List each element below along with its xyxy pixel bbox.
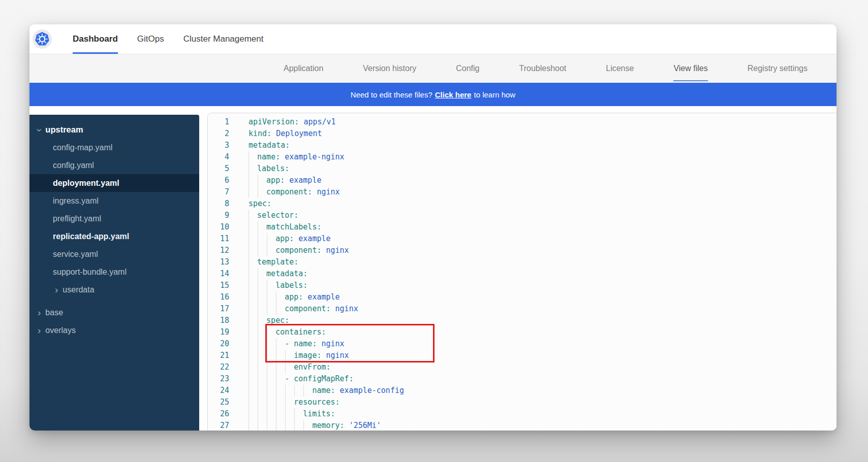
editor-line: 17component: nginx	[208, 303, 836, 315]
line-number: 11	[208, 233, 229, 245]
tree-item-label: config.yaml	[53, 161, 94, 170]
editor-line: 16app: example	[208, 291, 836, 303]
tab-license[interactable]: License	[606, 54, 634, 83]
indent-guides	[249, 338, 285, 350]
view-files-content: ›upstreamconfig-map.yamlconfig.yamldeplo…	[29, 106, 836, 431]
primary-nav-tabs: DashboardGitOpsCluster Management	[73, 24, 264, 54]
editor-line: 4name: example-nginx	[208, 151, 836, 163]
tab-registry-settings[interactable]: Registry settings	[748, 54, 808, 83]
tree-item-label: overlays	[45, 326, 76, 335]
tab-version-history[interactable]: Version history	[363, 54, 416, 83]
editor-line: 25resources:	[208, 397, 836, 408]
code-text: - configMapRef:	[249, 373, 354, 385]
line-number: 19	[208, 326, 229, 338]
tree-item-label: userdata	[63, 285, 94, 294]
code-text: metadata:	[249, 140, 290, 151]
code-text: containers:	[249, 326, 326, 338]
editor-line: 21image: nginx	[208, 350, 836, 361]
editor-line: 18spec:	[208, 315, 836, 326]
code-text: apiVersion: apps/v1	[249, 116, 336, 128]
code-text: labels:	[249, 163, 289, 175]
nav-tab-dashboard[interactable]: Dashboard	[73, 24, 118, 54]
tree-file-ingress-yaml[interactable]: ingress.yaml	[29, 192, 199, 210]
tree-folder-base[interactable]: ›base	[29, 304, 199, 321]
indent-guides	[249, 233, 275, 245]
banner-text-suffix: to learn how	[474, 90, 515, 99]
tab-view-files[interactable]: View files	[673, 54, 707, 83]
kubernetes-logo-icon	[33, 29, 52, 49]
line-number: 14	[208, 268, 229, 280]
tree-item-label: preflight.yaml	[53, 214, 101, 223]
file-tree-sidebar[interactable]: ›upstreamconfig-map.yamlconfig.yamldeplo…	[29, 115, 199, 431]
nav-tab-cluster-management[interactable]: Cluster Management	[183, 24, 264, 54]
code-text: component: nginx	[249, 245, 349, 256]
editor-line: 10matchLabels:	[208, 221, 836, 233]
tree-file-deployment-yaml[interactable]: deployment.yaml	[29, 174, 199, 192]
line-number: 15	[208, 280, 229, 291]
line-number: 4	[208, 151, 229, 163]
indent-guides	[249, 420, 312, 431]
tab-troubleshoot[interactable]: Troubleshoot	[519, 54, 566, 83]
tab-config[interactable]: Config	[456, 54, 479, 83]
editor-line: 11app: example	[208, 233, 836, 245]
line-number: 24	[208, 385, 229, 397]
line-number: 8	[208, 198, 229, 210]
editor-line: 13template:	[208, 256, 836, 268]
tree-file-config-yaml[interactable]: config.yaml	[29, 156, 199, 174]
line-number: 16	[208, 291, 229, 303]
code-text: memory: '256Mi'	[249, 420, 381, 431]
primary-nav: DashboardGitOpsCluster Management	[29, 24, 836, 54]
indent-guides	[249, 221, 266, 233]
line-number: 22	[208, 361, 229, 373]
tree-file-service-yaml[interactable]: service.yaml	[29, 245, 199, 263]
tree-file-replicated-app-yaml[interactable]: replicated-app.yaml	[29, 227, 199, 245]
file-content-editor[interactable]: 1apiVersion: apps/v12kind: Deployment3me…	[207, 113, 836, 431]
line-number: 21	[208, 350, 229, 361]
chevron-down-icon: ›	[35, 128, 45, 131]
code-text: app: example	[249, 291, 340, 303]
line-number: 10	[208, 221, 229, 233]
editor-line: 12component: nginx	[208, 245, 836, 256]
tree-item-label: replicated-app.yaml	[53, 232, 129, 241]
code-text: spec:	[249, 315, 289, 326]
tree-item-label: deployment.yaml	[53, 179, 119, 188]
indent-guides	[249, 291, 285, 303]
click-here-link[interactable]: Click here	[435, 90, 472, 99]
code-text: app: example	[249, 233, 331, 245]
editor-line: 24name: example-config	[208, 385, 836, 397]
line-number: 17	[208, 303, 229, 315]
tree-file-preflight-yaml[interactable]: preflight.yaml	[29, 210, 199, 227]
indent-guides	[249, 385, 312, 397]
admin-console-window: DashboardGitOpsCluster Management Applic…	[29, 24, 836, 431]
nav-tab-gitops[interactable]: GitOps	[137, 24, 164, 54]
tree-folder-overlays[interactable]: ›overlays	[29, 321, 199, 339]
tree-file-config-map-yaml[interactable]: config-map.yaml	[29, 139, 199, 156]
indent-guides	[249, 350, 294, 361]
tree-folder-userdata[interactable]: ›userdata	[29, 281, 199, 299]
tree-item-label: ingress.yaml	[53, 196, 99, 206]
indent-guides	[249, 303, 285, 315]
tree-file-support-bundle-yaml[interactable]: support-bundle.yaml	[29, 263, 199, 281]
editor-line: 27memory: '256Mi'	[208, 420, 836, 431]
line-number: 18	[208, 315, 229, 326]
indent-guides	[249, 397, 294, 408]
tab-application[interactable]: Application	[284, 54, 323, 83]
editor-line: 9selector:	[208, 210, 836, 221]
tree-item-label: config-map.yaml	[53, 143, 112, 152]
editor-line: 23- configMapRef:	[208, 373, 836, 385]
tree-folder-upstream[interactable]: ›upstream	[29, 121, 199, 139]
line-number: 6	[208, 175, 229, 186]
code-text: component: nginx	[249, 303, 358, 315]
indent-guides	[249, 163, 257, 175]
line-number: 12	[208, 245, 229, 256]
code-text: spec:	[249, 198, 271, 210]
indent-guides	[249, 151, 257, 163]
code-text: name: example-config	[249, 385, 404, 397]
indent-guides	[249, 256, 257, 268]
editor-line: 3metadata:	[208, 140, 836, 151]
indent-guides	[249, 326, 275, 338]
code-text: name: example-nginx	[249, 151, 345, 163]
editor-line: 14metadata:	[208, 268, 836, 280]
chevron-right-icon: ›	[38, 325, 41, 335]
editor-line: 15labels:	[208, 280, 836, 291]
